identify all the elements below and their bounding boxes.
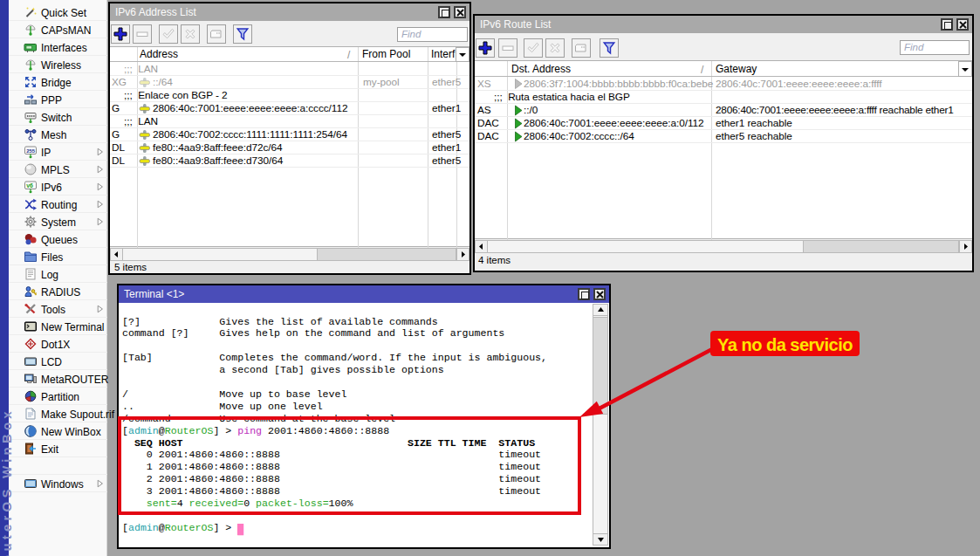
svg-text:v6: v6 [26, 182, 33, 189]
svg-text:255: 255 [26, 148, 36, 154]
